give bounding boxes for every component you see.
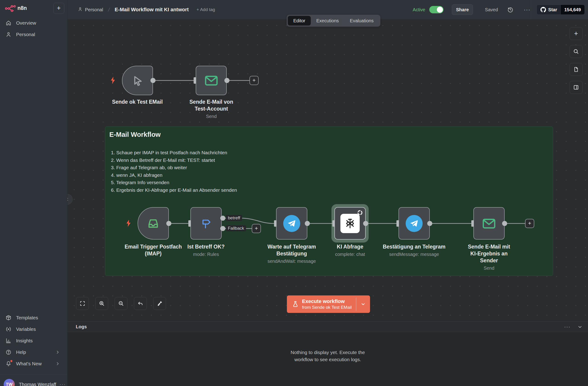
output-connector-fallback[interactable] [220, 226, 225, 231]
group-step-list: 1. Schaue per IMAP in test Postfach nach… [111, 149, 237, 194]
notification-dot [10, 360, 12, 362]
node-label: Sende E-Mail mit KI-Ergebnis an Sender S… [464, 243, 514, 272]
output-connector[interactable] [427, 221, 432, 226]
logs-title: Logs [76, 324, 87, 329]
sidebar-item-label: Overview [16, 20, 36, 26]
logs-empty-state: Nothing to display yet. Execute the work… [67, 349, 588, 363]
switch-icon [199, 217, 213, 230]
undo-icon [137, 300, 143, 306]
input-connector [188, 220, 191, 227]
input-connector [194, 77, 196, 84]
telegram-icon [406, 215, 423, 232]
variables-icon [5, 326, 11, 332]
node-ist-betreff-ok[interactable] [190, 207, 222, 240]
sticky-note-button[interactable] [570, 63, 583, 76]
node-subtitle: mode: Rules [176, 251, 236, 258]
sidebar-item-label: What's New [16, 361, 42, 366]
tidy-up-button[interactable] [153, 297, 166, 310]
sidebar-item-help[interactable]: Help [0, 346, 67, 358]
node-subtitle: complete: chat [320, 251, 380, 258]
sidebar-item-overview[interactable]: Overview [0, 17, 67, 29]
output-connector[interactable] [166, 221, 171, 226]
sidebar-item-personal[interactable]: Personal [0, 29, 67, 40]
zoom-out-button[interactable] [115, 297, 127, 310]
output-label-betreff: betreff [226, 215, 242, 221]
sidebar-item-label: Templates [16, 315, 38, 320]
user-name: Thomas Wenzlaff [19, 382, 56, 386]
sidebar-item-label: Insights [16, 338, 33, 343]
output-label-fallback: Fallback [226, 225, 246, 231]
node-email-trigger-imap[interactable] [138, 207, 169, 240]
tab-executions[interactable]: Executions [311, 16, 344, 25]
user-menu-ellipsis-icon[interactable]: ··· [60, 381, 66, 386]
active-toggle[interactable] [429, 6, 443, 13]
breadcrumb-project[interactable]: Personal [85, 7, 103, 12]
node-sende-ok-test-email[interactable] [122, 66, 153, 95]
group-step: 4. wenn JA, KI abfragen [111, 172, 237, 179]
logs-collapse-chevron-icon[interactable] [577, 324, 583, 329]
logs-header[interactable]: Logs ··· [67, 322, 588, 332]
sidebar-item-templates[interactable]: Templates [0, 312, 67, 323]
node-bestaetigung-an-telegram[interactable] [399, 207, 430, 240]
user-row[interactable]: TW Thomas Wenzlaff ··· [0, 378, 67, 386]
sidebar-item-insights[interactable]: Insights [0, 335, 67, 346]
execute-options-button[interactable] [356, 295, 370, 313]
home-icon [5, 20, 11, 26]
node-subtitle: Send [186, 113, 237, 120]
fit-view-button[interactable] [76, 297, 89, 310]
saved-status[interactable]: Saved [485, 7, 498, 12]
tidy-up-icon [157, 300, 163, 306]
output-connector[interactable] [150, 78, 155, 83]
execute-subtitle: from Sende ok Test EMail [302, 305, 352, 310]
search-button[interactable] [570, 45, 583, 58]
undo-button[interactable] [134, 297, 147, 310]
node-warte-auf-telegram[interactable] [276, 207, 307, 240]
input-connector [471, 220, 474, 227]
search-icon [573, 48, 579, 54]
add-node-button[interactable]: + [525, 219, 534, 228]
github-star-widget[interactable]: Star 154,649 [537, 5, 585, 15]
node-label: Ist Betreff OK? mode: Rules [176, 243, 236, 258]
history-icon[interactable] [507, 6, 514, 13]
refresh-icon[interactable] [357, 210, 363, 217]
execute-workflow-button[interactable]: Execute workflow from Sende ok Test EMai… [287, 295, 370, 313]
workflow-menu-ellipsis-icon[interactable]: ··· [524, 6, 531, 13]
add-tag-button[interactable]: + Add tag [197, 7, 215, 12]
chevron-down-icon [361, 302, 366, 307]
zoom-in-icon [99, 300, 105, 306]
node-label: Bestätigung an Telegram sendMessage: mes… [382, 243, 446, 258]
panel-toggle-button[interactable] [570, 81, 583, 94]
node-sende-email-ki-ergebnis[interactable] [473, 207, 505, 240]
add-node-panel-button[interactable]: + [570, 27, 583, 40]
avatar: TW [4, 379, 15, 386]
new-workflow-button[interactable]: + [53, 3, 64, 14]
node-sende-email-test-account[interactable] [196, 66, 227, 95]
tab-editor[interactable]: Editor [288, 16, 311, 25]
node-ki-abfrage[interactable] [335, 207, 366, 240]
logs-menu-ellipsis-icon[interactable]: ··· [564, 324, 570, 330]
workflow-canvas[interactable]: E-Mail Workflow 1. Schaue per IMAP in te… [67, 19, 588, 321]
output-connector[interactable] [305, 221, 310, 226]
output-connector[interactable] [363, 221, 368, 226]
sidebar-item-whats-new[interactable]: What's New [0, 358, 67, 369]
workflow-title[interactable]: E-Mail Workflow mit KI antwort [115, 7, 189, 13]
chevron-right-icon [55, 350, 60, 355]
group-step: 5. Telegram Info versenden [111, 179, 237, 186]
sidebar-item-variables[interactable]: Variables [0, 323, 67, 335]
node-label: Sende ok Test EMail [110, 98, 165, 105]
node-subtitle: sendMessage: message [382, 251, 446, 258]
package-icon [5, 315, 11, 321]
ai-model-icon [340, 214, 360, 233]
add-node-button[interactable]: + [250, 76, 259, 85]
zoom-in-button[interactable] [95, 297, 108, 310]
toggle-knob [437, 7, 443, 13]
add-node-button[interactable]: + [252, 224, 261, 233]
output-connector[interactable] [502, 221, 507, 226]
group-title: E-Mail Workflow [109, 131, 161, 138]
output-connector-betreff[interactable] [220, 216, 225, 221]
tab-evaluations[interactable]: Evaluations [344, 16, 379, 25]
output-connector[interactable] [224, 78, 230, 83]
project-user-icon [78, 7, 83, 13]
share-button[interactable]: Share [452, 4, 473, 15]
logs-panel: Logs ··· Nothing to display yet. Execute… [67, 321, 588, 386]
